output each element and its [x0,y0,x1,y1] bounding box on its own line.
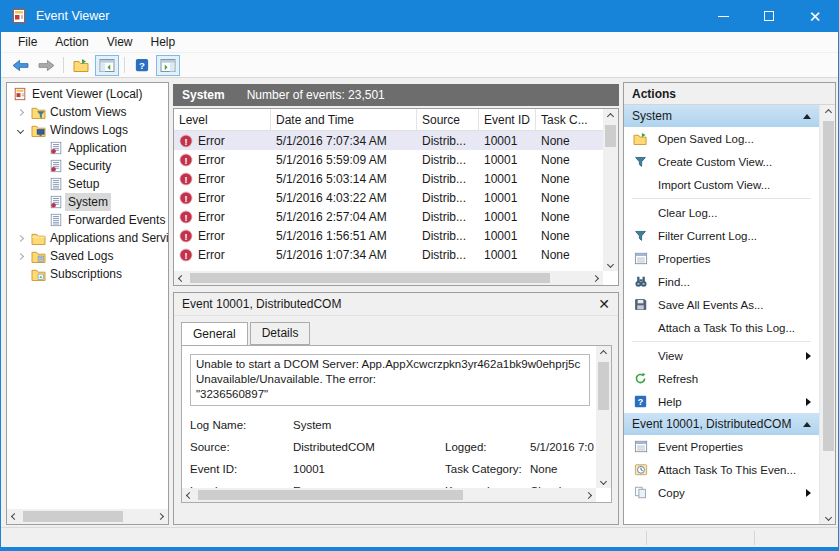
scrollbar-thumb[interactable] [198,490,463,500]
svg-text:!: ! [184,155,187,165]
show-console-tree-button[interactable] [95,55,119,76]
action-attach-task-to-log[interactable]: Attach a Task To this Log... [624,316,819,339]
tree-item-saved-logs[interactable]: Saved Logs [7,247,168,265]
tree-item-security[interactable]: Security [7,157,168,175]
actions-section-event[interactable]: Event 10001, DistributedCOM [624,413,819,435]
statusbar-divider [754,531,755,545]
chevron-right-icon[interactable] [11,110,29,115]
field-label: Source: [190,441,293,453]
log-with-events-icon [47,141,65,155]
export-log-button[interactable] [69,55,93,76]
action-copy[interactable]: Copy [624,481,819,504]
actions-section-system[interactable]: System [624,105,819,127]
collapse-icon[interactable] [803,422,811,427]
tree-item-setup[interactable]: Setup [7,175,168,193]
tree-horizontal-scrollbar[interactable] [7,509,168,524]
column-header-source[interactable]: Source [417,109,479,130]
help-button[interactable]: ? [130,55,154,76]
chevron-right-icon[interactable] [11,236,29,241]
tree-item-windows-logs[interactable]: Windows Logs [7,121,168,139]
scroll-down-icon[interactable] [596,474,611,488]
events-vertical-scrollbar[interactable] [603,109,618,271]
tree-item-custom-views[interactable]: Custom Views [7,103,168,121]
action-properties[interactable]: Properties [624,247,819,270]
action-refresh[interactable]: Refresh [624,367,819,390]
tree-item-subscriptions[interactable]: Subscriptions [7,265,168,283]
scroll-down-icon[interactable] [820,510,836,524]
tree-item-forwarded-events[interactable]: Forwarded Events [7,211,168,229]
scroll-right-icon[interactable] [581,488,596,502]
scrollbar-thumb[interactable] [823,121,834,451]
description-line: Unavailable/Unavailable. The error: [196,372,584,387]
event-row[interactable]: !Error 5/1/2016 1:56:51 AM Distrib... 10… [174,226,603,245]
detail-close-icon[interactable]: ✕ [598,296,610,312]
action-help[interactable]: ? Help [624,390,819,413]
scrollbar-thumb[interactable] [598,362,609,410]
scroll-down-icon[interactable] [603,257,618,271]
forward-button[interactable] [34,55,58,76]
menu-help[interactable]: Help [142,33,185,51]
actions-vertical-scrollbar[interactable] [819,105,835,524]
event-row[interactable]: !Error 5/1/2016 1:07:34 AM Distrib... 10… [174,245,603,264]
scroll-left-icon[interactable] [182,488,197,502]
event-row[interactable]: !Error 5/1/2016 5:03:14 AM Distrib... 10… [174,169,603,188]
section-title: Event 10001, DistributedCOM [632,417,803,431]
action-import-custom-view[interactable]: Import Custom View... [624,173,819,196]
tree-item-applications-services-logs[interactable]: Applications and Servi [7,229,168,247]
action-clear-log[interactable]: Clear Log... [624,201,819,224]
tree-label: Windows Logs [50,123,128,137]
scroll-right-icon[interactable] [588,271,603,285]
scroll-left-icon[interactable] [7,509,22,523]
scrollbar-thumb[interactable] [605,125,616,147]
action-view[interactable]: View [624,344,819,367]
scrollbar-thumb[interactable] [23,511,123,522]
event-row[interactable]: !Error 5/1/2016 4:03:22 AM Distrib... 10… [174,188,603,207]
maximize-button[interactable] [746,0,792,32]
menu-file[interactable]: File [9,33,46,51]
event-row[interactable]: !Error 5/1/2016 5:59:09 AM Distrib... 10… [174,150,603,169]
forward-arrow [38,59,55,72]
tab-details[interactable]: Details [250,322,311,345]
column-header-task-category[interactable]: Task C... [536,109,603,130]
show-action-pane-button[interactable] [156,55,180,76]
action-save-all-events-as[interactable]: Save All Events As... [624,293,819,316]
menu-view[interactable]: View [98,33,142,51]
tab-general[interactable]: General [181,322,248,346]
scrollbar-thumb[interactable] [190,273,550,283]
back-button[interactable] [8,55,32,76]
scroll-up-icon[interactable] [820,105,836,119]
scroll-right-icon[interactable] [153,509,168,523]
action-find[interactable]: Find... [624,270,819,293]
events-horizontal-scrollbar[interactable] [174,271,603,285]
minimize-button[interactable] [700,0,746,32]
menu-action[interactable]: Action [46,33,97,51]
close-button[interactable]: ✕ [792,0,838,32]
folder-filter-icon [29,106,47,119]
scroll-left-icon[interactable] [174,271,189,285]
chevron-down-icon[interactable] [11,128,29,133]
window-controls: ✕ [700,0,838,32]
action-create-custom-view[interactable]: Create Custom View... [624,150,819,173]
event-row[interactable]: !Error 5/1/2016 2:57:04 AM Distrib... 10… [174,207,603,226]
events-log-name: System [182,88,225,102]
detail-vertical-scrollbar[interactable] [596,346,611,488]
column-header-date-time[interactable]: Date and Time [271,109,417,130]
scroll-up-icon[interactable] [603,109,618,123]
action-filter-current-log[interactable]: Filter Current Log... [624,224,819,247]
action-attach-task-to-event[interactable]: Attach Task To This Even... [624,458,819,481]
submenu-arrow-icon [806,398,811,406]
event-row[interactable]: !Error 5/1/2016 7:07:34 AM Distrib... 10… [174,131,603,150]
tree-item-application[interactable]: Application [7,139,168,157]
event-description[interactable]: Unable to start a DCOM Server: App.AppXc… [190,354,590,406]
scroll-up-icon[interactable] [596,346,611,360]
show-action-pane-icon [160,59,176,72]
collapse-icon[interactable] [803,114,811,119]
action-event-properties[interactable]: Event Properties [624,435,819,458]
action-open-saved-log[interactable]: Open Saved Log... [624,127,819,150]
detail-horizontal-scrollbar[interactable] [182,488,596,502]
column-header-event-id[interactable]: Event ID [479,109,536,130]
tree-item-event-viewer-local[interactable]: Event Viewer (Local) [7,85,168,103]
column-header-level[interactable]: Level [174,109,271,130]
tree-item-system[interactable]: System [7,193,168,211]
chevron-right-icon[interactable] [11,254,29,259]
